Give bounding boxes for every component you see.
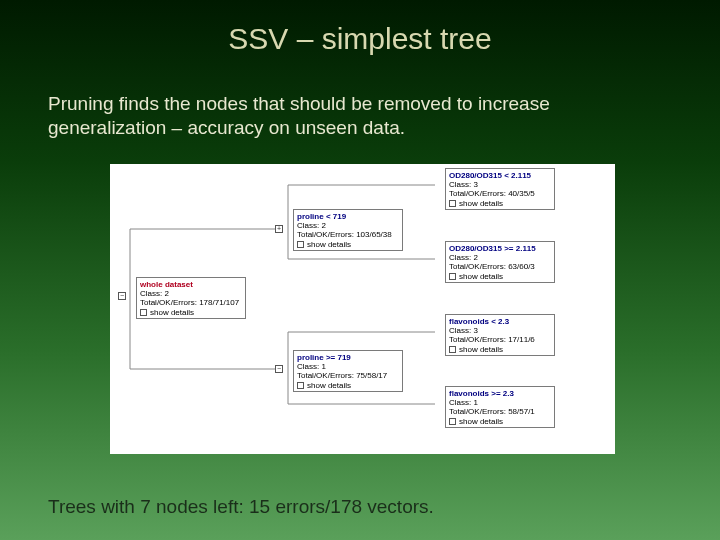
node-header: OD280/OD315 < 2.115 [449, 171, 551, 180]
node-stats: Total/OK/Errors: 103/65/38 [297, 230, 399, 239]
show-details-row: show details [297, 240, 399, 249]
node-class: Class: 1 [297, 362, 399, 371]
node-stats: Total/OK/Errors: 58/57/1 [449, 407, 551, 416]
expand-glyph: − [118, 292, 126, 300]
node-stats: Total/OK/Errors: 40/35/5 [449, 189, 551, 198]
node-class: Class: 2 [297, 221, 399, 230]
show-details-label: show details [307, 240, 351, 249]
tree-node: proline < 719 Class: 2 Total/OK/Errors: … [293, 209, 403, 251]
checkbox-icon [297, 241, 304, 248]
node-class: Class: 2 [449, 253, 551, 262]
show-details-label: show details [459, 199, 503, 208]
checkbox-icon [140, 309, 147, 316]
show-details-row: show details [449, 199, 551, 208]
show-details-row: show details [449, 417, 551, 426]
tree-node: flavonoids >= 2.3 Class: 1 Total/OK/Erro… [445, 386, 555, 428]
show-details-row: show details [449, 272, 551, 281]
show-details-row: show details [140, 308, 242, 317]
tree-node: proline >= 719 Class: 1 Total/OK/Errors:… [293, 350, 403, 392]
show-details-label: show details [459, 345, 503, 354]
node-stats: Total/OK/Errors: 178/71/107 [140, 298, 242, 307]
expand-glyph: + [275, 225, 283, 233]
tree-node: OD280/OD315 >= 2.115 Class: 2 Total/OK/E… [445, 241, 555, 283]
node-header: OD280/OD315 >= 2.115 [449, 244, 551, 253]
show-details-label: show details [150, 308, 194, 317]
node-header: proline >= 719 [297, 353, 399, 362]
checkbox-icon [449, 273, 456, 280]
tree-node-root: whole dataset Class: 2 Total/OK/Errors: … [136, 277, 246, 319]
show-details-row: show details [297, 381, 399, 390]
tree-node: OD280/OD315 < 2.115 Class: 3 Total/OK/Er… [445, 168, 555, 210]
slide-subtitle: Pruning finds the nodes that should be r… [48, 92, 672, 140]
checkbox-icon [449, 418, 456, 425]
show-details-row: show details [449, 345, 551, 354]
node-class: Class: 3 [449, 326, 551, 335]
node-class: Class: 1 [449, 398, 551, 407]
checkbox-icon [297, 382, 304, 389]
show-details-label: show details [459, 417, 503, 426]
checkbox-icon [449, 346, 456, 353]
node-stats: Total/OK/Errors: 17/11/6 [449, 335, 551, 344]
show-details-label: show details [307, 381, 351, 390]
node-header: whole dataset [140, 280, 242, 289]
expand-glyph: − [275, 365, 283, 373]
checkbox-icon [449, 200, 456, 207]
show-details-label: show details [459, 272, 503, 281]
node-header: flavonoids < 2.3 [449, 317, 551, 326]
node-header: proline < 719 [297, 212, 399, 221]
node-class: Class: 3 [449, 180, 551, 189]
slide-footer-text: Trees with 7 nodes left: 15 errors/178 v… [48, 496, 672, 518]
node-stats: Total/OK/Errors: 75/58/17 [297, 371, 399, 380]
tree-node: flavonoids < 2.3 Class: 3 Total/OK/Error… [445, 314, 555, 356]
node-stats: Total/OK/Errors: 63/60/3 [449, 262, 551, 271]
node-class: Class: 2 [140, 289, 242, 298]
decision-tree-diagram: − + − whole dataset Class: 2 Total/OK/Er… [110, 164, 615, 454]
slide-title: SSV – simplest tree [0, 22, 720, 56]
node-header: flavonoids >= 2.3 [449, 389, 551, 398]
